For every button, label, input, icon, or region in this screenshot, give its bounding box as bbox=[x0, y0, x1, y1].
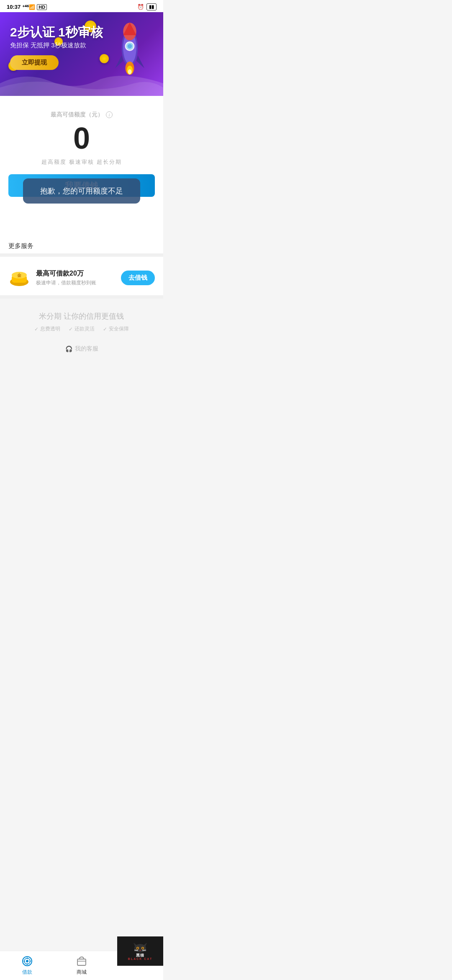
svg-text:金: 金 bbox=[17, 273, 22, 278]
loan-icon: 金 bbox=[8, 267, 30, 289]
check-icon-2: ✓ bbox=[69, 326, 73, 332]
headset-icon: 🎧 bbox=[65, 346, 72, 352]
bottom-spacer bbox=[8, 353, 155, 395]
banner-cta-button[interactable]: 立即提现 bbox=[10, 55, 59, 70]
toast-message: 抱歉，您的可用额度不足 bbox=[23, 178, 140, 204]
loan-card: 金 最高可借款20万 极速申请，借款额度秒到账 去借钱 bbox=[0, 260, 163, 295]
promo-tag-3: ✓ 安全保障 bbox=[103, 325, 129, 333]
credit-label: 最高可借额度（元） i bbox=[8, 111, 155, 119]
banner-subtitle: 免担保 无抵押 3秒极速放款 bbox=[10, 41, 103, 49]
status-left: 10:37 ⁺⁴⁶📶 HD bbox=[7, 4, 47, 10]
svg-point-6 bbox=[128, 44, 132, 49]
loan-desc: 极速申请，借款额度秒到账 bbox=[36, 279, 115, 286]
spacer bbox=[0, 204, 163, 237]
loan-title: 最高可借款20万 bbox=[36, 269, 115, 278]
rocket-illustration bbox=[105, 21, 155, 79]
status-right: ⏰ ▮▮ bbox=[137, 3, 157, 10]
check-icon-3: ✓ bbox=[103, 326, 107, 332]
svg-marker-7 bbox=[115, 55, 123, 68]
banner-text: 2步认证 1秒审核 免担保 无抵押 3秒极速放款 立即提现 bbox=[10, 25, 103, 70]
more-services-section: 更多服务 bbox=[0, 237, 163, 253]
banner-title: 2步认证 1秒审核 bbox=[10, 25, 103, 40]
borrow-section: 我要借钱 抱歉，您的可用额度不足 bbox=[0, 174, 163, 204]
promo-title: 米分期 让你的信用更值钱 bbox=[8, 311, 155, 321]
main-content: 最高可借额度（元） i 0 超高额度 极速审核 超长分期 我要借钱 抱歉，您的可… bbox=[0, 96, 163, 403]
signal-icon: ⁺⁴⁶📶 bbox=[22, 4, 35, 10]
credit-section: 最高可借额度（元） i 0 超高额度 极速审核 超长分期 bbox=[0, 104, 163, 174]
divider bbox=[0, 253, 163, 257]
banner: 2步认证 1秒审核 免担保 无抵押 3秒极速放款 立即提现 bbox=[0, 12, 163, 96]
battery-icon: ▮▮ bbox=[146, 3, 157, 10]
credit-tags: 超高额度 极速审核 超长分期 bbox=[8, 158, 155, 166]
credit-amount: 0 bbox=[8, 122, 155, 155]
status-bar: 10:37 ⁺⁴⁶📶 HD ⏰ ▮▮ bbox=[0, 0, 163, 12]
footer-promo: 米分期 让你的信用更值钱 ✓ 息费透明 ✓ 还款灵活 ✓ 安全保障 🎧 我的客服 bbox=[0, 299, 163, 403]
more-services-label: 更多服务 bbox=[8, 242, 33, 249]
hd-badge: HD bbox=[37, 4, 47, 10]
svg-marker-8 bbox=[136, 55, 144, 68]
loan-info: 最高可借款20万 极速申请，借款额度秒到账 bbox=[36, 269, 115, 286]
time: 10:37 bbox=[7, 4, 21, 10]
promo-tag-2: ✓ 还款灵活 bbox=[69, 325, 95, 333]
banner-wave bbox=[0, 71, 163, 96]
promo-tags: ✓ 息费透明 ✓ 还款灵活 ✓ 安全保障 bbox=[8, 325, 155, 333]
alarm-icon: ⏰ bbox=[137, 4, 144, 10]
check-icon-1: ✓ bbox=[34, 326, 39, 332]
loan-action-button[interactable]: 去借钱 bbox=[121, 271, 155, 285]
promo-tag-1: ✓ 息费透明 bbox=[34, 325, 60, 333]
info-icon[interactable]: i bbox=[106, 111, 113, 118]
divider-2 bbox=[0, 295, 163, 299]
customer-service[interactable]: 🎧 我的客服 bbox=[8, 345, 155, 353]
